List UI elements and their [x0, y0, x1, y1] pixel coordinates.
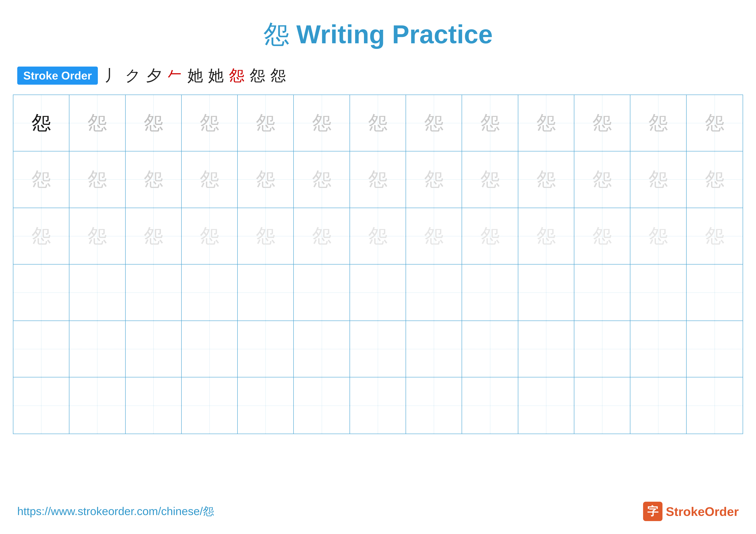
stroke-seq-4: 𠂉: [167, 67, 182, 85]
grid-cell[interactable]: [350, 321, 406, 377]
grid-cell[interactable]: 怨: [350, 151, 406, 207]
grid-cell[interactable]: 怨: [126, 95, 182, 151]
grid-cell[interactable]: [294, 321, 350, 377]
grid-cell[interactable]: 怨: [294, 95, 350, 151]
grid-cell[interactable]: [294, 265, 350, 320]
grid-cell[interactable]: 怨: [630, 208, 687, 264]
grid-cell[interactable]: [462, 321, 518, 377]
grid-cell[interactable]: 怨: [238, 95, 294, 151]
grid-cell[interactable]: [630, 321, 687, 377]
grid-cell[interactable]: 怨: [182, 208, 238, 264]
grid-cell[interactable]: [69, 321, 125, 377]
grid-cell[interactable]: [518, 321, 574, 377]
cell-char: 怨: [312, 223, 332, 249]
grid-cell[interactable]: [14, 321, 69, 377]
grid-cell[interactable]: [574, 377, 630, 433]
stroke-seq-9: 怨: [270, 65, 286, 86]
grid-cell[interactable]: 怨: [69, 208, 125, 264]
grid-cell[interactable]: 怨: [238, 208, 294, 264]
grid-cell[interactable]: 怨: [518, 151, 574, 207]
grid-cell[interactable]: [69, 377, 125, 433]
grid-cell[interactable]: [182, 377, 238, 433]
grid-cell[interactable]: 怨: [14, 208, 69, 264]
grid-cell[interactable]: [687, 321, 742, 377]
grid-cell[interactable]: [69, 265, 125, 320]
grid-cell[interactable]: 怨: [518, 95, 574, 151]
grid-cell[interactable]: 怨: [406, 151, 462, 207]
grid-cell[interactable]: [687, 377, 742, 433]
stroke-seq-6: 她: [208, 65, 224, 86]
grid-cell[interactable]: [406, 265, 462, 320]
grid-cell[interactable]: [462, 265, 518, 320]
grid-cell[interactable]: 怨: [462, 95, 518, 151]
cell-char: 怨: [256, 110, 275, 136]
grid-cell[interactable]: 怨: [687, 208, 742, 264]
grid-cell[interactable]: [126, 265, 182, 320]
cell-char: 怨: [368, 110, 388, 136]
grid-cell[interactable]: [126, 321, 182, 377]
grid-cell[interactable]: [350, 265, 406, 320]
grid-cell[interactable]: [518, 377, 574, 433]
grid-cell[interactable]: [350, 377, 406, 433]
cell-char: 怨: [592, 110, 612, 136]
grid-cell[interactable]: 怨: [69, 151, 125, 207]
grid-cell[interactable]: [687, 265, 742, 320]
grid-cell[interactable]: 怨: [14, 95, 69, 151]
grid-cell[interactable]: [574, 321, 630, 377]
grid-cell[interactable]: 怨: [630, 95, 687, 151]
grid-cell[interactable]: 怨: [462, 151, 518, 207]
grid-cell[interactable]: [406, 377, 462, 433]
grid-cell[interactable]: [518, 265, 574, 320]
grid-cell[interactable]: [14, 377, 69, 433]
grid-cell[interactable]: [182, 321, 238, 377]
grid-cell[interactable]: 怨: [126, 208, 182, 264]
grid-cell[interactable]: 怨: [182, 151, 238, 207]
grid-cell[interactable]: 怨: [14, 151, 69, 207]
grid-cell[interactable]: 怨: [574, 95, 630, 151]
grid-cell[interactable]: [238, 321, 294, 377]
grid-cell[interactable]: [462, 377, 518, 433]
cell-char: 怨: [200, 110, 219, 136]
grid-cell[interactable]: 怨: [182, 95, 238, 151]
cell-char: 怨: [648, 223, 668, 249]
cell-char: 怨: [536, 166, 556, 192]
grid-cell[interactable]: 怨: [574, 208, 630, 264]
grid-cell[interactable]: 怨: [126, 151, 182, 207]
grid-cell[interactable]: [294, 377, 350, 433]
grid-cell[interactable]: 怨: [350, 95, 406, 151]
grid-cell[interactable]: 怨: [350, 208, 406, 264]
grid-cell[interactable]: 怨: [406, 95, 462, 151]
grid-cell[interactable]: [574, 265, 630, 320]
grid-cell[interactable]: 怨: [406, 208, 462, 264]
cell-char: 怨: [648, 166, 668, 192]
cell-char: 怨: [592, 223, 612, 249]
title-text: Writing Practice: [289, 20, 493, 49]
cell-char: 怨: [144, 166, 163, 192]
cell-char: 怨: [144, 223, 163, 249]
grid-cell[interactable]: 怨: [687, 95, 742, 151]
stroke-seq-8: 怨: [250, 65, 265, 86]
grid-cell[interactable]: [238, 265, 294, 320]
grid-cell[interactable]: 怨: [687, 151, 742, 207]
grid-cell[interactable]: [406, 321, 462, 377]
grid-cell[interactable]: 怨: [518, 208, 574, 264]
grid-cell[interactable]: 怨: [238, 151, 294, 207]
cell-char: 怨: [424, 110, 444, 136]
footer-url: https://www.strokeorder.com/chinese/怨: [17, 504, 214, 519]
grid-cell[interactable]: [14, 265, 69, 320]
grid-cell[interactable]: 怨: [574, 151, 630, 207]
grid-cell[interactable]: [126, 377, 182, 433]
grid-cell[interactable]: [630, 265, 687, 320]
footer: https://www.strokeorder.com/chinese/怨 字 …: [17, 502, 739, 521]
grid-cell[interactable]: [238, 377, 294, 433]
grid-cell[interactable]: [182, 265, 238, 320]
grid-cell[interactable]: 怨: [69, 95, 125, 151]
grid-cell[interactable]: 怨: [294, 151, 350, 207]
cell-char: 怨: [256, 223, 275, 249]
cell-char: 怨: [200, 223, 219, 249]
grid-cell[interactable]: [630, 377, 687, 433]
grid-cell[interactable]: 怨: [462, 208, 518, 264]
grid-cell[interactable]: 怨: [294, 208, 350, 264]
grid-cell[interactable]: 怨: [630, 151, 687, 207]
cell-char: 怨: [480, 166, 500, 192]
